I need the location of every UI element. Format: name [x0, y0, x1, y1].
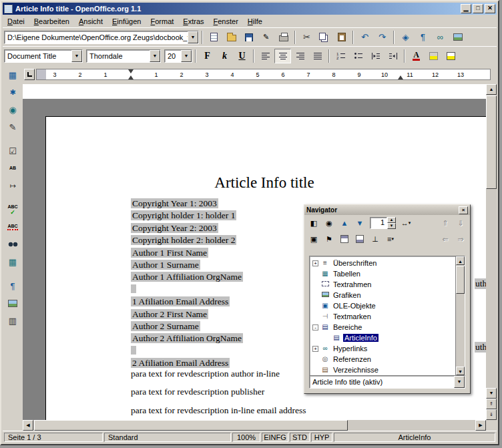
doc-field[interactable]: 1 Afiliation Email Address [131, 296, 230, 306]
tree-item-bereiche[interactable]: - ▤ Bereiche [310, 322, 465, 332]
doc-field[interactable]: Author 2 Surname [131, 321, 200, 331]
left-indent-marker[interactable] [128, 75, 134, 79]
url-combobox[interactable]: D:\Eigene Dokumente\OpenOffice.org Zeugs… [4, 31, 199, 44]
find-replace-button[interactable] [4, 236, 21, 252]
expander-icon[interactable]: + [312, 346, 318, 352]
promote-level-button[interactable]: ⇐ [438, 232, 453, 246]
insert-button[interactable]: ▦ [4, 67, 21, 83]
demote-level-button[interactable]: ⇒ [453, 232, 468, 246]
menu-bearbeiten[interactable]: Bearbeiten [29, 16, 74, 27]
footer-button[interactable] [352, 232, 367, 246]
status-hyperlink-mode[interactable]: HYP [311, 433, 332, 442]
next-page-nav-button[interactable]: ▼ [352, 216, 367, 230]
tree-item-tabellen[interactable]: ▦ Tabellen [310, 268, 465, 279]
first-line-indent-marker[interactable] [128, 69, 134, 73]
background-color-button[interactable] [443, 49, 459, 63]
vertical-scroll-thumb[interactable] [486, 95, 497, 189]
cut-button[interactable]: ✂ [298, 30, 315, 45]
horizontal-scroll-thumb[interactable] [34, 420, 348, 431]
auto-spellcheck-button[interactable]: ABC [4, 219, 21, 235]
close-button[interactable]: ✕ [485, 4, 495, 13]
doc-paragraph-text[interactable]: para text for revdescription author in-l… [131, 369, 280, 379]
tree-scrollbar[interactable]: ▲ ▼ [455, 256, 465, 375]
font-size-value[interactable]: 20 [165, 52, 181, 60]
previous-page-nav-button[interactable]: ▲ [337, 216, 352, 230]
tree-scroll-up-button[interactable]: ▲ [456, 256, 465, 265]
promote-chapter-button[interactable]: ⇑ [438, 216, 453, 230]
minimize-button[interactable]: ▁ [461, 4, 471, 13]
menu-fenster[interactable]: Fenster [209, 16, 243, 27]
justify-button[interactable] [309, 49, 326, 63]
navigator-document-combobox[interactable]: Article Info title (aktiv) ▼ [309, 375, 465, 389]
tree-item-verzeichnisse[interactable]: ▤ Verzeichnisse [310, 365, 465, 375]
tree-item-textrahmen[interactable]: Textrahmen [310, 279, 465, 290]
paragraph-style-combobox[interactable]: Document Title ▼ [4, 49, 83, 63]
spin-down-icon[interactable]: ▼ [387, 223, 396, 229]
align-center-button[interactable] [274, 49, 291, 63]
graphics-toggle-button[interactable] [4, 295, 21, 311]
open-button[interactable] [223, 30, 240, 45]
bullets-button[interactable] [350, 49, 366, 63]
navigation-button[interactable]: ◉ [322, 216, 336, 230]
demote-chapter-button[interactable]: ⇓ [453, 216, 468, 230]
direct-cursor-button[interactable]: ↦ [4, 178, 21, 194]
menu-format[interactable]: Format [146, 16, 178, 27]
paste-button[interactable] [333, 30, 350, 45]
header-button[interactable] [337, 232, 352, 246]
tree-scroll-thumb[interactable] [456, 266, 465, 294]
maximize-button[interactable]: □ [473, 4, 483, 13]
doc-field[interactable]: 2 Afiliation Email Address [131, 358, 230, 368]
font-color-button[interactable]: A [408, 49, 425, 63]
gallery-button[interactable] [449, 30, 466, 45]
copy-button[interactable] [316, 30, 332, 45]
status-selection-mode[interactable]: STD [290, 433, 310, 442]
anchor-text-button[interactable]: ⊥ [368, 232, 383, 246]
undo-button[interactable]: ↶ [356, 30, 373, 45]
tree-item-articleinfo[interactable]: ▤ ArticleInfo [310, 332, 465, 343]
tree-item-ole-objekte[interactable]: ▣ OLE-Objekte [310, 300, 465, 311]
tree-item-hyperlinks[interactable]: + ∞ Hyperlinks [310, 343, 465, 354]
redo-button[interactable]: ↷ [374, 30, 391, 45]
status-page-style[interactable]: Standard [104, 433, 231, 442]
doc-field-empty[interactable] [131, 284, 136, 293]
status-zoom[interactable]: 100% [232, 433, 260, 442]
save-button[interactable] [240, 30, 257, 45]
list-box-toggle-button[interactable]: ◧ [306, 216, 321, 230]
print-button[interactable] [275, 30, 292, 45]
spellcheck-button[interactable]: ABC [4, 202, 21, 218]
doc-field-empty[interactable] [131, 346, 136, 355]
doc-paragraph-text[interactable]: para text for revdescription publisher [131, 387, 264, 397]
draw-functions-button[interactable]: ✎ [4, 119, 21, 135]
doc-paragraph-text[interactable]: para text for revdescription in-line ema… [131, 405, 306, 415]
doc-field[interactable]: Copyright Year 1: 2003 [131, 198, 218, 208]
menu-hilfe[interactable]: Hilfe [243, 16, 267, 27]
align-left-button[interactable] [257, 49, 274, 63]
increase-indent-button[interactable] [385, 49, 401, 63]
tree-scroll-down-button[interactable]: ▼ [456, 367, 465, 375]
scroll-right-button[interactable]: ▶ [475, 420, 486, 431]
tab-type-selector[interactable] [24, 69, 35, 80]
page-number-value[interactable]: 1 [370, 217, 387, 229]
nonprinting-characters-button[interactable]: ¶ [4, 278, 21, 294]
previous-page-button[interactable]: ⇑ [486, 399, 497, 409]
menu-ansicht[interactable]: Ansicht [74, 16, 107, 27]
size-dropdown-icon[interactable]: ▼ [181, 50, 192, 62]
menu-datei[interactable]: Datei [3, 16, 29, 27]
scroll-down-button[interactable]: ▼ [486, 388, 497, 399]
drag-mode-button[interactable]: ↔▾ [399, 216, 413, 230]
status-page[interactable]: Seite 1 / 3 [4, 433, 103, 442]
expander-icon[interactable]: - [312, 324, 318, 330]
autotext-button[interactable]: AB [4, 160, 21, 176]
outline-level-button[interactable]: ≡▾ [383, 232, 398, 246]
navigator-close-button[interactable]: × [459, 206, 468, 214]
navigator-window[interactable]: Navigator × ◧ ◉ ▲ ▼ 1 ▲ ▼ ↔▾ ⇑ ⇓ ▣ ⚑ ⊥ [304, 204, 471, 394]
content-view-button[interactable]: ▣ [306, 232, 321, 246]
url-dropdown-icon[interactable]: ▼ [188, 31, 198, 43]
insert-object-button[interactable]: ◉ [4, 101, 21, 118]
doc-field[interactable]: Author 2 First Name [131, 309, 208, 319]
navigator-title-bar[interactable]: Navigator × [304, 205, 470, 215]
doc-field[interactable]: Author 1 First Name [131, 248, 208, 258]
doc-field[interactable]: Author 1 Affiliation OrgName [131, 272, 243, 282]
font-name-combobox[interactable]: Thorndale ▼ [86, 49, 161, 63]
url-value[interactable]: D:\Eigene Dokumente\OpenOffice.org Zeugs… [5, 33, 188, 41]
